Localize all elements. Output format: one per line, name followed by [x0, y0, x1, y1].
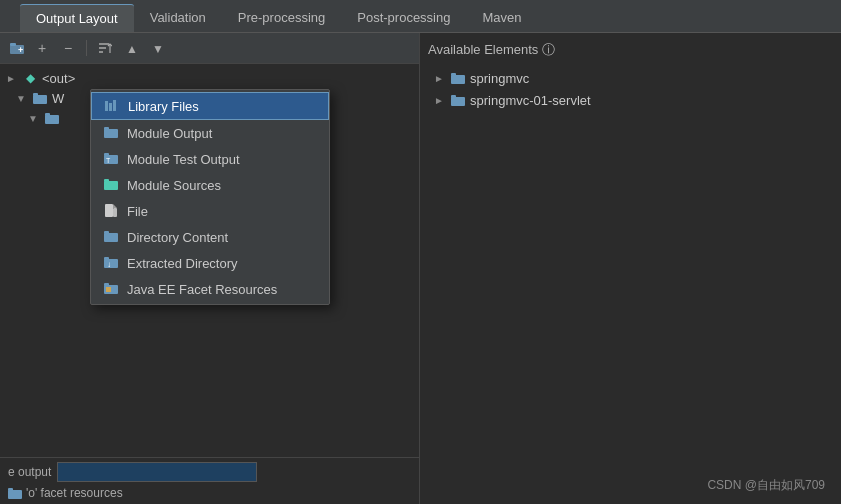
module-test-output-icon: T [103, 151, 119, 167]
library-files-icon [104, 98, 120, 114]
menu-item-module-sources[interactable]: Module Sources [91, 172, 329, 198]
svg-rect-38 [451, 75, 465, 84]
file-icon [103, 203, 119, 219]
svg-rect-25 [104, 181, 118, 190]
expand-arrow-out: ► [6, 73, 18, 84]
avail-item-springmvc-servlet[interactable]: ► springmvc-01-servlet [428, 89, 833, 111]
menu-label-module-test-output: Module Test Output [127, 152, 240, 167]
facet-resources-label: 'o' facet resources [26, 486, 123, 500]
available-elements-header: Available Elements ⓘ [428, 41, 833, 59]
svg-rect-31 [104, 231, 109, 234]
svg-text:T: T [106, 157, 111, 164]
svg-rect-1 [10, 43, 16, 46]
right-panel: Available Elements ⓘ ► springmvc ► sprin… [420, 33, 841, 504]
expand-arrow-sub: ▼ [28, 113, 40, 124]
svg-rect-29 [113, 208, 117, 217]
remove-button[interactable]: − [58, 37, 80, 59]
module-output-icon [103, 125, 119, 141]
svg-rect-11 [33, 95, 47, 104]
svg-rect-23 [104, 153, 109, 156]
svg-rect-12 [33, 93, 38, 96]
svg-text:▲: ▲ [126, 42, 138, 56]
tab-maven[interactable]: Maven [466, 4, 537, 32]
menu-item-module-test-output[interactable]: T Module Test Output [91, 146, 329, 172]
svg-rect-30 [104, 233, 118, 242]
svg-rect-36 [104, 283, 109, 286]
menu-item-module-output[interactable]: Module Output [91, 120, 329, 146]
avail-label-springmvc: springmvc [470, 71, 529, 86]
tab-output-layout[interactable]: Output Layout [20, 4, 134, 32]
svg-text:▼: ▼ [152, 42, 164, 56]
svg-rect-27 [105, 204, 113, 217]
tab-postprocessing[interactable]: Post-processing [341, 4, 466, 32]
tab-validation[interactable]: Validation [134, 4, 222, 32]
svg-rect-16 [8, 488, 13, 491]
svg-text:↓: ↓ [107, 260, 111, 269]
menu-label-module-output: Module Output [127, 126, 212, 141]
move-up-button[interactable]: ▲ [119, 37, 141, 59]
menu-item-javaee-facet[interactable]: Java EE Facet Resources [91, 276, 329, 302]
e-output-label: e output [8, 465, 51, 479]
folder-icon-sub [44, 110, 60, 126]
menu-item-library-files[interactable]: Library Files [91, 92, 329, 120]
svg-marker-28 [113, 204, 117, 208]
folder-servlet-icon [450, 92, 466, 108]
svg-text:−: − [64, 40, 72, 56]
left-panel: + + − [0, 33, 420, 504]
extracted-directory-icon: ↓ [103, 255, 119, 271]
svg-rect-14 [45, 113, 50, 116]
module-sources-icon [103, 177, 119, 193]
menu-item-directory-content[interactable]: Directory Content [91, 224, 329, 250]
tab-bar: Output Layout Validation Pre-processing … [0, 0, 841, 33]
javaee-facet-icon [103, 281, 119, 297]
svg-rect-13 [45, 115, 59, 124]
folder-icon-w [32, 90, 48, 106]
tree-label-out: <out> [42, 71, 75, 86]
output-input[interactable] [57, 462, 257, 482]
svg-rect-41 [451, 95, 456, 98]
menu-item-file[interactable]: File [91, 198, 329, 224]
svg-rect-15 [8, 490, 22, 499]
tree-label-w: W [52, 91, 64, 106]
svg-rect-20 [104, 129, 118, 138]
svg-rect-26 [104, 179, 109, 182]
main-container: Output Layout Validation Pre-processing … [0, 0, 841, 504]
sort-button[interactable] [93, 37, 115, 59]
available-elements-label: Available Elements ⓘ [428, 41, 555, 59]
separator-1 [86, 40, 87, 56]
tab-preprocessing[interactable]: Pre-processing [222, 4, 341, 32]
tree-item-out[interactable]: ► ◆ <out> [0, 68, 419, 88]
svg-rect-39 [451, 73, 456, 76]
expand-springmvc-servlet: ► [434, 95, 446, 106]
svg-rect-40 [451, 97, 465, 106]
available-tree: ► springmvc ► springmvc-01-servlet [428, 67, 833, 496]
svg-rect-17 [105, 101, 108, 111]
svg-text:+: + [18, 45, 23, 55]
menu-label-extracted-directory: Extracted Directory [127, 256, 238, 271]
small-folder-icon [8, 487, 22, 499]
toolbar: + + − [0, 33, 419, 64]
menu-label-directory-content: Directory Content [127, 230, 228, 245]
menu-label-library-files: Library Files [128, 99, 199, 114]
svg-rect-18 [109, 103, 112, 111]
svg-rect-37 [106, 287, 111, 292]
folder-springmvc-icon [450, 70, 466, 86]
watermark: CSDN @自由如风709 [707, 477, 825, 494]
svg-text:+: + [38, 40, 46, 56]
dropdown-menu: Library Files Module Output T [90, 89, 330, 305]
menu-label-file: File [127, 204, 148, 219]
add-folder-button[interactable]: + [6, 37, 28, 59]
menu-label-module-sources: Module Sources [127, 178, 221, 193]
menu-label-javaee-facet: Java EE Facet Resources [127, 282, 277, 297]
avail-label-springmvc-servlet: springmvc-01-servlet [470, 93, 591, 108]
diamond-icon: ◆ [22, 70, 38, 86]
expand-arrow-w: ▼ [16, 93, 28, 104]
avail-item-springmvc[interactable]: ► springmvc [428, 67, 833, 89]
move-down-button[interactable]: ▼ [145, 37, 167, 59]
menu-item-extracted-directory[interactable]: ↓ Extracted Directory [91, 250, 329, 276]
content-area: + + − [0, 33, 841, 504]
directory-content-icon [103, 229, 119, 245]
expand-springmvc: ► [434, 73, 446, 84]
svg-rect-21 [104, 127, 109, 130]
add-button[interactable]: + [32, 37, 54, 59]
